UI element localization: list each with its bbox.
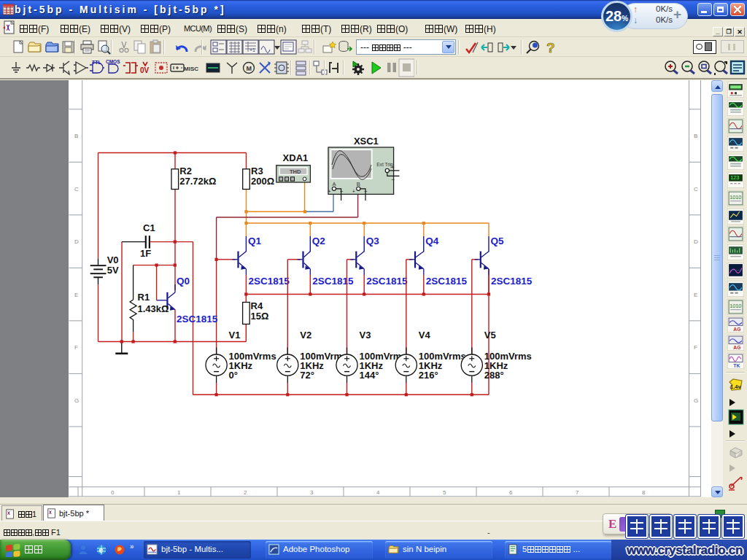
svg-text:C: C bbox=[74, 186, 79, 192]
svg-text:2SC1815: 2SC1815 bbox=[312, 276, 354, 287]
svg-text:216°: 216° bbox=[419, 370, 438, 381]
svg-text:144°: 144° bbox=[360, 370, 379, 381]
svg-text:3: 3 bbox=[310, 489, 314, 496]
svg-text:XDA1: XDA1 bbox=[283, 152, 309, 163]
svg-text:R1: R1 bbox=[138, 292, 150, 303]
svg-text:6: 6 bbox=[509, 489, 513, 496]
svg-text:2: 2 bbox=[244, 489, 247, 496]
svg-text:V1: V1 bbox=[229, 330, 241, 341]
svg-text:5: 5 bbox=[443, 489, 446, 496]
svg-text:5V: 5V bbox=[107, 265, 119, 276]
svg-text:1.43kΩ: 1.43kΩ bbox=[138, 303, 169, 314]
svg-text:XSC1: XSC1 bbox=[354, 136, 379, 147]
svg-text:V5: V5 bbox=[484, 330, 496, 341]
svg-text:1F: 1F bbox=[140, 248, 151, 259]
svg-text:0V: 0V bbox=[140, 66, 150, 74]
svg-text:CMOS: CMOS bbox=[106, 59, 120, 64]
svg-text:27.72kΩ: 27.72kΩ bbox=[179, 176, 216, 187]
svg-text:200Ω: 200Ω bbox=[251, 176, 274, 187]
svg-text:Q0: Q0 bbox=[177, 276, 190, 287]
svg-text:e: e bbox=[99, 546, 104, 554]
svg-text:2SC1815: 2SC1815 bbox=[248, 276, 290, 287]
svg-text:V3: V3 bbox=[360, 330, 371, 341]
svg-text:B: B bbox=[357, 181, 360, 187]
svg-text:−: − bbox=[392, 176, 395, 183]
svg-text:4: 4 bbox=[376, 489, 380, 496]
svg-text:Q4: Q4 bbox=[425, 236, 439, 246]
svg-text:2SC1815: 2SC1815 bbox=[366, 276, 408, 287]
svg-text:123: 123 bbox=[730, 174, 739, 181]
svg-text:V0: V0 bbox=[107, 254, 119, 265]
svg-text:?: ? bbox=[546, 40, 555, 55]
svg-text:TTL: TTL bbox=[92, 60, 102, 65]
svg-text:Ext Trig: Ext Trig bbox=[376, 162, 393, 168]
svg-text:72°: 72° bbox=[300, 370, 314, 381]
svg-text:G: G bbox=[694, 397, 698, 404]
svg-text:+: + bbox=[328, 189, 330, 194]
svg-text:E: E bbox=[74, 292, 78, 298]
svg-text:V2: V2 bbox=[300, 330, 311, 341]
svg-text:+1: +1 bbox=[249, 47, 255, 52]
svg-text:V4: V4 bbox=[419, 330, 431, 341]
svg-text:Q1: Q1 bbox=[248, 236, 262, 246]
svg-text:R3: R3 bbox=[251, 166, 263, 176]
svg-text:Q5: Q5 bbox=[491, 236, 505, 246]
svg-text:+: + bbox=[392, 165, 395, 170]
svg-text:288°: 288° bbox=[484, 370, 504, 381]
svg-text:F: F bbox=[694, 344, 697, 351]
svg-text:D: D bbox=[694, 238, 698, 245]
svg-text:+: + bbox=[352, 189, 355, 194]
svg-text:0: 0 bbox=[111, 489, 115, 496]
svg-text:M: M bbox=[247, 65, 252, 72]
svg-text:2SC1815: 2SC1815 bbox=[491, 276, 533, 287]
svg-text:1: 1 bbox=[177, 489, 181, 496]
svg-text:0°: 0° bbox=[229, 370, 238, 381]
svg-text:C: C bbox=[694, 186, 698, 192]
svg-text:TK: TK bbox=[733, 363, 740, 368]
svg-text:Q3: Q3 bbox=[366, 236, 380, 246]
svg-text:Q2: Q2 bbox=[312, 236, 325, 246]
svg-text:1.4v: 1.4v bbox=[730, 384, 741, 390]
svg-text:F: F bbox=[74, 344, 78, 351]
svg-text:AG: AG bbox=[733, 327, 740, 332]
svg-text:1010: 1010 bbox=[729, 194, 741, 201]
svg-text:D: D bbox=[74, 238, 79, 245]
svg-text:C1: C1 bbox=[143, 222, 155, 233]
svg-text:2SC1815: 2SC1815 bbox=[177, 314, 218, 324]
svg-text:B: B bbox=[694, 133, 697, 139]
svg-text:2SC1815: 2SC1815 bbox=[426, 276, 468, 287]
svg-text:MISC: MISC bbox=[184, 66, 198, 72]
svg-text:B: B bbox=[74, 133, 78, 139]
svg-text:R2: R2 bbox=[179, 166, 192, 176]
svg-text:7: 7 bbox=[576, 489, 579, 496]
svg-text:THD: THD bbox=[290, 168, 301, 175]
svg-text:A: A bbox=[332, 181, 336, 187]
svg-text:AG: AG bbox=[733, 345, 740, 350]
svg-text:G: G bbox=[74, 397, 79, 404]
svg-text:15Ω: 15Ω bbox=[251, 311, 269, 322]
svg-text:E: E bbox=[694, 292, 697, 298]
svg-text:8: 8 bbox=[642, 489, 646, 496]
svg-text:R4: R4 bbox=[251, 300, 263, 311]
svg-text:1010: 1010 bbox=[729, 303, 741, 309]
